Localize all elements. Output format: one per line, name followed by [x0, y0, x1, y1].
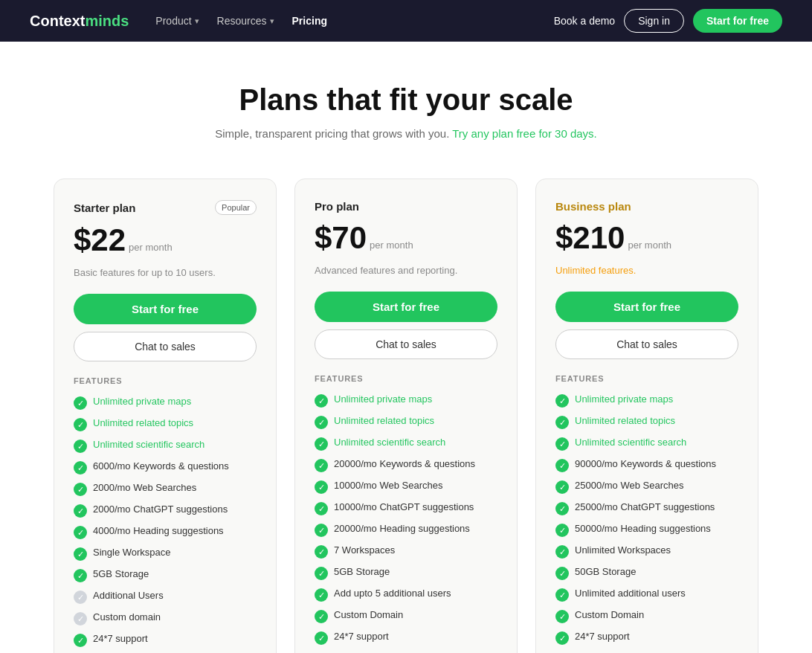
navbar: Contextminds Product ▾ Resources ▾ Prici…: [0, 0, 812, 42]
feature-item: ✓ Custom domain: [74, 611, 257, 625]
start-free-button[interactable]: Start for free: [315, 292, 497, 322]
feature-item: ✓ 24*7 support: [74, 633, 257, 647]
check-icon: ✓: [74, 612, 87, 625]
plan-name: Pro plan: [315, 200, 359, 213]
check-icon: ✓: [555, 545, 569, 559]
plan-card-starter: Starter plan Popular $22 per month Basic…: [54, 178, 277, 653]
start-free-button[interactable]: Start for free: [555, 292, 738, 322]
chat-sales-button[interactable]: Chat to sales: [555, 329, 738, 359]
check-icon: ✓: [555, 502, 569, 515]
check-icon: ✓: [74, 440, 87, 453]
check-icon: ✓: [315, 437, 328, 451]
check-icon: ✓: [74, 526, 87, 539]
feature-item: ✓ 24*7 support: [315, 631, 497, 645]
hero-subtitle-highlight: Try any plan free for 30 days.: [452, 127, 597, 140]
feature-item: ✓ 5GB Storage: [315, 566, 497, 580]
price-period: per month: [129, 242, 173, 253]
sign-in-button[interactable]: Sign in: [624, 9, 684, 33]
feature-text: 24*7 support: [575, 631, 630, 642]
plan-header: Pro plan: [315, 200, 497, 213]
feature-text: 20000/mo Heading suggestions: [334, 523, 470, 534]
feature-item: ✓ 2000/mo ChatGPT suggestions: [74, 504, 257, 518]
nav-links: Product ▾ Resources ▾ Pricing: [155, 15, 532, 27]
price-row: $210 per month: [555, 220, 738, 256]
feature-link[interactable]: Unlimited related topics: [575, 415, 675, 426]
feature-text: 6000/mo Keywords & questions: [93, 460, 229, 472]
nav-resources[interactable]: Resources ▾: [217, 15, 274, 27]
feature-text: Add upto 5 additional users: [334, 588, 451, 599]
logo-minds: minds: [85, 13, 129, 30]
feature-text: Single Workspace: [93, 547, 171, 558]
check-icon: ✓: [555, 459, 569, 472]
check-icon: ✓: [315, 524, 328, 537]
feature-item: ✓ Additional Users: [74, 590, 257, 604]
check-icon: ✓: [555, 480, 569, 494]
book-demo-button[interactable]: Book a demo: [554, 15, 616, 27]
page-title: Plans that fit your scale: [15, 83, 797, 117]
price-row: $22 per month: [74, 222, 257, 258]
feature-item: ✓ Unlimited related topics: [555, 415, 738, 429]
feature-item: ✓ 50000/mo Heading suggestions: [555, 523, 738, 537]
hero-subtitle-plain: Simple, transparent pricing that grows w…: [215, 127, 449, 140]
feature-item: ✓ 50GB Storage: [555, 566, 738, 580]
plan-name: Business plan: [555, 200, 631, 213]
nav-pricing[interactable]: Pricing: [292, 15, 327, 27]
chat-sales-button[interactable]: Chat to sales: [74, 332, 257, 361]
check-icon: ✓: [555, 567, 569, 580]
nav-product[interactable]: Product ▾: [155, 15, 199, 27]
feature-text: Unlimited additional users: [575, 588, 686, 599]
feature-text: Custom domain: [93, 611, 161, 623]
check-icon: ✓: [315, 416, 328, 429]
chevron-down-icon: ▾: [270, 16, 274, 26]
feature-text: 5GB Storage: [334, 566, 390, 577]
feature-item: ✓ 20000/mo Heading suggestions: [315, 523, 497, 537]
plan-description: Basic features for up to 10 users.: [74, 267, 257, 280]
feature-link[interactable]: Unlimited private maps: [93, 396, 191, 407]
check-icon: ✓: [315, 610, 328, 623]
logo-context: Context: [30, 13, 85, 30]
feature-link[interactable]: Unlimited related topics: [93, 417, 193, 428]
feature-item: ✓ 25000/mo Web Searches: [555, 480, 738, 494]
feature-item: ✓ 90000/mo Keywords & questions: [555, 458, 738, 472]
start-free-nav-button[interactable]: Start for free: [693, 9, 782, 33]
check-icon: ✓: [555, 631, 569, 645]
start-free-button[interactable]: Start for free: [74, 294, 257, 324]
feature-item: ✓ 4000/mo Heading suggestions: [74, 525, 257, 539]
feature-item: ✓ Unlimited Workspaces: [555, 544, 738, 559]
feature-text: Custom Domain: [575, 609, 644, 620]
feature-item: ✓ Unlimited scientific search: [555, 437, 738, 451]
check-icon: ✓: [315, 394, 328, 408]
feature-text: Custom Domain: [334, 609, 403, 620]
price-amount: $22: [74, 222, 126, 258]
price-row: $70 per month: [315, 220, 497, 256]
feature-item: ✓ 24*7 support: [555, 631, 738, 645]
feature-item: ✓ Unlimited scientific search: [315, 437, 497, 451]
plan-header: Business plan: [555, 200, 738, 213]
features-label: FEATURES: [74, 376, 257, 385]
plans-section: Starter plan Popular $22 per month Basic…: [0, 164, 812, 653]
check-icon: ✓: [315, 459, 328, 472]
feature-item: ✓ Custom Domain: [315, 609, 497, 623]
check-icon: ✓: [555, 524, 569, 537]
feature-link[interactable]: Unlimited related topics: [334, 415, 434, 426]
chat-sales-button[interactable]: Chat to sales: [315, 329, 497, 359]
price-amount: $70: [315, 220, 367, 256]
check-icon: ✓: [74, 396, 87, 410]
check-icon: ✓: [555, 588, 569, 602]
feature-text: 4000/mo Heading suggestions: [93, 525, 224, 536]
check-icon: ✓: [315, 588, 328, 602]
feature-link[interactable]: Unlimited scientific search: [93, 439, 204, 450]
feature-link[interactable]: Unlimited scientific search: [334, 437, 445, 448]
check-icon: ✓: [74, 418, 87, 431]
feature-text: Unlimited Workspaces: [575, 544, 671, 556]
check-icon: ✓: [74, 569, 87, 582]
feature-item: ✓ Unlimited scientific search: [74, 439, 257, 453]
feature-link[interactable]: Unlimited scientific search: [575, 437, 686, 448]
plan-description: Unlimited features.: [555, 265, 738, 278]
plan-description: Advanced features and reporting.: [315, 265, 497, 278]
feature-link[interactable]: Unlimited private maps: [575, 393, 673, 405]
check-icon: ✓: [315, 502, 328, 515]
popular-badge: Popular: [215, 200, 257, 215]
feature-link[interactable]: Unlimited private maps: [334, 393, 432, 405]
feature-item: ✓ Unlimited private maps: [555, 393, 738, 408]
